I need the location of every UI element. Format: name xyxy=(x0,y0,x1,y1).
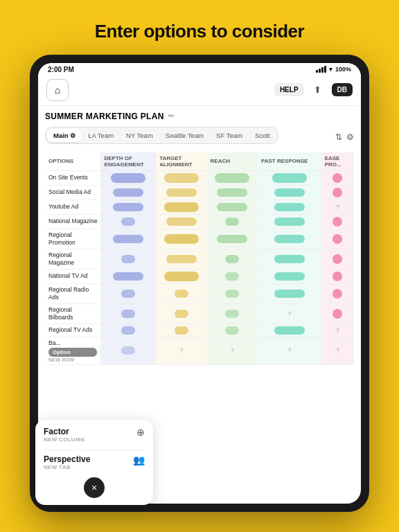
edit-icon[interactable]: ✏ xyxy=(168,112,175,121)
table-row: Regional Radio Ads xyxy=(45,283,354,303)
tab-seattle-team[interactable]: Seattle Team xyxy=(159,129,210,142)
popup-perspective-item[interactable]: Perspective NEW TAB 👥 xyxy=(44,454,145,470)
filter-icon[interactable]: ⇅ xyxy=(335,132,342,142)
tab-sf-team[interactable]: SF Team xyxy=(210,129,249,142)
wifi-icon: ▾ xyxy=(329,66,332,73)
battery-label: 100% xyxy=(335,66,351,73)
tabs-outer: Main ⚙ LA Team NY Team Seattle Team SF T… xyxy=(45,127,354,148)
signal-icon xyxy=(316,66,326,73)
col-header-reach: REACH xyxy=(207,152,258,171)
tab-ny-team[interactable]: NY Team xyxy=(120,129,159,142)
table-row: National TV Ad xyxy=(45,269,354,283)
col-header-ease: EASEPRO... xyxy=(321,152,354,171)
table-row: Ba... Option NEW ROW ? ? ? ? xyxy=(45,337,354,364)
device-frame: 2:00 PM ▾ 100% ⌂ HELP ⬆ DB xyxy=(30,55,369,512)
popup-factor-item[interactable]: Factor NEW COLUMN ⊕ xyxy=(44,427,145,443)
tab-main[interactable]: Main ⚙ xyxy=(47,129,82,142)
tabs-row: Main ⚙ LA Team NY Team Seattle Team SF T… xyxy=(45,127,278,144)
plan-title: SUMMER MARKETING PLAN xyxy=(45,112,164,121)
table-row: Youtube Ad ? xyxy=(45,200,354,214)
popup-perspective-sub: NEW TAB xyxy=(44,464,90,470)
status-bar: 2:00 PM ▾ 100% xyxy=(38,63,361,76)
popup-factor-sub: NEW COLUMN xyxy=(44,436,85,443)
share-icon[interactable]: ⬆ xyxy=(308,80,328,100)
table-row: Regional TV Ads ? xyxy=(45,323,354,337)
table-row: Regional Promotion xyxy=(45,229,354,249)
plan-title-row: SUMMER MARKETING PLAN ✏ xyxy=(45,112,354,121)
tabs-icons: ⇅ ⚙ xyxy=(335,132,354,142)
table-row: Regional Bilboards ? xyxy=(45,303,354,323)
table-row: Social Media Ad xyxy=(45,185,354,200)
table-row: Regional Magazine xyxy=(45,249,354,269)
table-row: On Site Events xyxy=(45,170,354,185)
close-button[interactable]: × xyxy=(84,477,105,498)
help-button[interactable]: HELP xyxy=(274,83,304,96)
popup-perspective-label: Perspective xyxy=(44,454,90,464)
status-time: 2:00 PM xyxy=(48,66,74,73)
popup-perspective-icon: 👥 xyxy=(133,454,145,466)
options-table: OPTIONS DEPTH OFENGAGEMENT TARGETALIGNME… xyxy=(45,152,354,365)
nav-right: HELP ⬆ DB xyxy=(274,80,353,100)
new-row-label[interactable]: NEW ROW xyxy=(48,357,97,362)
col-header-target: TARGETALIGNMENT xyxy=(156,152,206,171)
popup-factor-icon: ⊕ xyxy=(136,427,145,438)
db-button[interactable]: DB xyxy=(332,83,353,96)
bottom-popup: Factor NEW COLUMN ⊕ Perspective NEW TAB … xyxy=(38,420,153,504)
status-right: ▾ 100% xyxy=(316,66,351,73)
table-row: National Magazine xyxy=(45,214,354,229)
settings-icon[interactable]: ⚙ xyxy=(346,132,354,142)
col-header-options: OPTIONS xyxy=(45,152,100,171)
tab-la-team[interactable]: LA Team xyxy=(82,129,120,142)
popup-factor-label: Factor xyxy=(44,427,85,436)
popup-divider xyxy=(44,450,145,450)
col-header-depth: DEPTH OFENGAGEMENT xyxy=(100,152,156,171)
home-button[interactable]: ⌂ xyxy=(46,79,69,101)
col-header-past: PAST RESPONSE xyxy=(258,152,321,171)
tab-gear-icon: ⚙ xyxy=(70,132,76,139)
device-screen: 2:00 PM ▾ 100% ⌂ HELP ⬆ DB xyxy=(38,63,361,504)
top-nav: ⌂ HELP ⬆ DB xyxy=(38,76,361,106)
option-chip[interactable]: Option xyxy=(48,348,97,357)
page-title: Enter options to consider xyxy=(95,21,304,42)
tab-scott[interactable]: Scott xyxy=(249,129,276,142)
